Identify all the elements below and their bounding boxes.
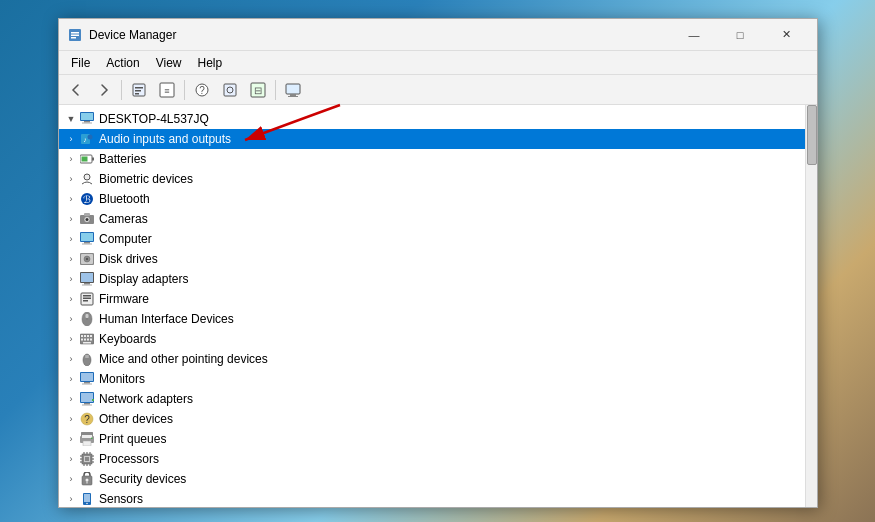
cameras-label: Cameras [99, 212, 148, 226]
menu-help[interactable]: Help [190, 51, 231, 74]
tree-item-firmware[interactable]: › Firmware [59, 289, 805, 309]
expand-bluetooth-arrow[interactable]: › [63, 191, 79, 207]
tree-item-display[interactable]: › Display adapters [59, 269, 805, 289]
tree-item-processors[interactable]: › [59, 449, 805, 469]
close-button[interactable]: ✕ [763, 19, 809, 51]
expand-other-arrow[interactable]: › [63, 411, 79, 427]
expand-mice-arrow[interactable]: › [63, 351, 79, 367]
biometric-icon [79, 171, 95, 187]
tree-item-disk[interactable]: › Disk drives [59, 249, 805, 269]
mouse-icon [79, 351, 95, 367]
expand-batteries-arrow[interactable]: › [63, 151, 79, 167]
svg-text:≡: ≡ [164, 86, 169, 96]
update-button[interactable]: ≡ [154, 78, 180, 102]
biometric-label: Biometric devices [99, 172, 193, 186]
tree-item-monitors[interactable]: › Monitors [59, 369, 805, 389]
display-icon [79, 271, 95, 287]
tree-item-print[interactable]: › Print queues [59, 429, 805, 449]
hid-icon [79, 311, 95, 327]
tree-item-sensors[interactable]: › Sensors [59, 489, 805, 507]
battery-icon [79, 151, 95, 167]
svg-rect-37 [81, 233, 93, 241]
device-tree[interactable]: ▼ DESKTOP-4L537JQ › [59, 105, 805, 507]
tree-item-network[interactable]: › Network adapters [59, 389, 805, 409]
expand-root-arrow[interactable]: ▼ [63, 111, 79, 127]
svg-rect-50 [83, 298, 91, 300]
svg-rect-64 [83, 342, 91, 344]
window-title: Device Manager [89, 28, 671, 42]
svg-point-24 [88, 135, 93, 140]
properties-button[interactable] [126, 78, 152, 102]
minimize-button[interactable]: — [671, 19, 717, 51]
tree-item-computer[interactable]: › Computer [59, 229, 805, 249]
svg-rect-56 [81, 335, 83, 337]
window-controls: — □ ✕ [671, 19, 809, 51]
tree-item-batteries[interactable]: › Batteries [59, 149, 805, 169]
tree-item-bluetooth[interactable]: › ℬ Bluetooth [59, 189, 805, 209]
expand-keyboards-arrow[interactable]: › [63, 331, 79, 347]
expand-computer-arrow[interactable]: › [63, 231, 79, 247]
monitors-label: Monitors [99, 372, 145, 386]
scrollbar-thumb[interactable] [807, 105, 817, 165]
expand-monitors-arrow[interactable]: › [63, 371, 79, 387]
svg-text:ℬ: ℬ [83, 194, 91, 205]
tree-item-biometric[interactable]: › Biometric devices [59, 169, 805, 189]
svg-rect-70 [84, 382, 90, 384]
svg-text:⊟: ⊟ [254, 85, 262, 96]
menu-file[interactable]: File [63, 51, 98, 74]
bluetooth-icon: ℬ [79, 191, 95, 207]
svg-rect-101 [87, 482, 88, 484]
help-button[interactable]: ? [189, 78, 215, 102]
expand-network-arrow[interactable]: › [63, 391, 79, 407]
print-label: Print queues [99, 432, 166, 446]
expand-print-arrow[interactable]: › [63, 431, 79, 447]
scan-button[interactable] [217, 78, 243, 102]
svg-rect-2 [71, 34, 79, 36]
tree-item-cameras[interactable]: › Cameras [59, 209, 805, 229]
expand-processors-arrow[interactable]: › [63, 451, 79, 467]
svg-rect-86 [85, 457, 89, 461]
firmware-icon [79, 291, 95, 307]
tree-item-security[interactable]: › Security devices [59, 469, 805, 489]
svg-rect-103 [84, 494, 90, 502]
menu-bar: File Action View Help [59, 51, 817, 75]
tree-item-other[interactable]: › ? Other devices [59, 409, 805, 429]
expand-firmware-arrow[interactable]: › [63, 291, 79, 307]
monitor-icon [79, 371, 95, 387]
uninstall-button[interactable]: ⊟ [245, 78, 271, 102]
svg-text:?: ? [199, 85, 205, 96]
svg-text:?: ? [84, 414, 90, 425]
tree-item-hid[interactable]: › Human Interface Devices [59, 309, 805, 329]
menu-action[interactable]: Action [98, 51, 147, 74]
svg-text:♪: ♪ [83, 136, 87, 143]
root-label: DESKTOP-4L537JQ [99, 112, 209, 126]
vertical-scrollbar[interactable] [805, 105, 817, 507]
disk-label: Disk drives [99, 252, 158, 266]
audio-label: Audio inputs and outputs [99, 132, 231, 146]
maximize-button[interactable]: □ [717, 19, 763, 51]
forward-button[interactable] [91, 78, 117, 102]
monitor-button[interactable] [280, 78, 306, 102]
expand-security-arrow[interactable]: › [63, 471, 79, 487]
expand-cameras-arrow[interactable]: › [63, 211, 79, 227]
display-label: Display adapters [99, 272, 188, 286]
expand-display-arrow[interactable]: › [63, 271, 79, 287]
other-icon: ? [79, 411, 95, 427]
svg-rect-20 [81, 113, 93, 120]
expand-sensors-arrow[interactable]: › [63, 491, 79, 507]
expand-audio-arrow[interactable]: › [63, 131, 79, 147]
tree-item-audio[interactable]: › ♪ Audio inputs and outputs [59, 129, 805, 149]
batteries-label: Batteries [99, 152, 146, 166]
expand-biometric-arrow[interactable]: › [63, 171, 79, 187]
tree-item-mice[interactable]: › Mice and other pointing devices [59, 349, 805, 369]
expand-hid-arrow[interactable]: › [63, 311, 79, 327]
svg-rect-73 [81, 393, 93, 402]
tree-root-item[interactable]: ▼ DESKTOP-4L537JQ [59, 109, 805, 129]
device-manager-window: Device Manager — □ ✕ File Action View He… [58, 18, 818, 508]
tree-item-keyboards[interactable]: › Keyboards [59, 329, 805, 349]
firmware-label: Firmware [99, 292, 149, 306]
menu-view[interactable]: View [148, 51, 190, 74]
svg-rect-28 [82, 157, 88, 162]
back-button[interactable] [63, 78, 89, 102]
expand-disk-arrow[interactable]: › [63, 251, 79, 267]
